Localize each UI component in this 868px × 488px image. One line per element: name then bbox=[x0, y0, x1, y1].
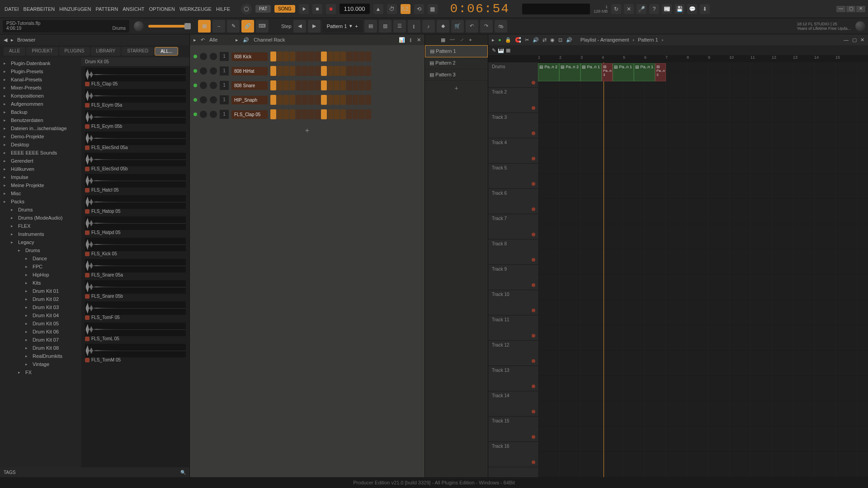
browser-tab-plugins[interactable]: PLUGINS bbox=[59, 47, 90, 56]
tree-item[interactable]: ▸Drums bbox=[0, 206, 81, 214]
step-button[interactable] bbox=[359, 109, 365, 119]
playlist-track[interactable]: Track 9 bbox=[488, 265, 538, 290]
browser-tab-all...[interactable]: ALL... bbox=[155, 47, 178, 56]
sample-item[interactable]: FLS_Ecym 05b bbox=[81, 108, 189, 130]
tree-item[interactable]: ▸Meine Projekte bbox=[0, 181, 81, 189]
sample-item[interactable]: FLS_TomL 05 bbox=[81, 321, 189, 342]
step-button[interactable] bbox=[321, 109, 327, 119]
tree-item[interactable]: ▸Kompositionen bbox=[0, 92, 81, 100]
step-button[interactable] bbox=[365, 66, 371, 76]
pat-mode-button[interactable]: PAT bbox=[255, 5, 271, 13]
tree-item[interactable]: ▸Instruments bbox=[0, 230, 81, 238]
tree-item[interactable]: ▸Aufgenommen bbox=[0, 100, 81, 108]
cr-filter[interactable]: Alle bbox=[209, 37, 217, 42]
step-button[interactable] bbox=[327, 95, 333, 105]
progress-knob[interactable] bbox=[241, 4, 252, 14]
cr-graph-icon[interactable]: 📊 bbox=[399, 37, 405, 43]
track-mute[interactable] bbox=[532, 283, 535, 287]
cr-options-icon[interactable]: ⫿ bbox=[410, 37, 412, 42]
step-button[interactable] bbox=[270, 52, 276, 61]
playlist-clip[interactable]: ▤ Pa..n 1 bbox=[634, 63, 655, 81]
step-button[interactable] bbox=[315, 52, 321, 61]
playlist-clip[interactable]: ▤ Pa..n 2 bbox=[559, 63, 580, 81]
tree-item[interactable]: ▸Packs bbox=[0, 197, 81, 206]
snap-button[interactable]: ▦ bbox=[198, 20, 211, 33]
playlist-track[interactable]: Track 7 bbox=[488, 214, 538, 239]
step-button[interactable] bbox=[277, 95, 283, 105]
step-button[interactable] bbox=[302, 95, 308, 105]
record-button[interactable] bbox=[326, 4, 336, 14]
pl-grid-icon[interactable]: ▦ bbox=[506, 47, 510, 53]
cr-menu-icon[interactable]: ▸ bbox=[193, 37, 196, 43]
step-button[interactable] bbox=[308, 80, 314, 90]
step-button[interactable] bbox=[277, 52, 283, 61]
tree-item[interactable]: ▸Impulse bbox=[0, 173, 81, 181]
step-button[interactable] bbox=[296, 66, 302, 76]
tree-item[interactable]: ▸Mixer-Presets bbox=[0, 84, 81, 92]
tree-item[interactable]: ▸Plugin-Presets bbox=[0, 67, 81, 75]
track-mute[interactable] bbox=[532, 359, 535, 363]
undo-button[interactable]: ↶ bbox=[466, 20, 478, 33]
tree-item[interactable]: ▸Drums bbox=[0, 246, 81, 254]
track-mute[interactable] bbox=[532, 233, 535, 236]
step-button[interactable] bbox=[308, 95, 314, 105]
pan-knob[interactable] bbox=[200, 67, 207, 75]
channel-led[interactable] bbox=[193, 84, 197, 87]
pl-midi-icon[interactable]: 🎹 bbox=[498, 47, 504, 53]
step-button[interactable] bbox=[270, 109, 276, 119]
track-mute[interactable] bbox=[532, 207, 535, 211]
tree-item[interactable]: ▸Backup bbox=[0, 108, 81, 116]
track-mute[interactable] bbox=[532, 460, 535, 464]
browser-tab-library[interactable]: LIBRARY bbox=[91, 47, 121, 56]
tree-item[interactable]: ▸Kits bbox=[0, 279, 81, 287]
sample-item[interactable]: FLS_Hatpd 05 bbox=[81, 215, 189, 236]
pattern-item[interactable]: ▤ Pattern 3 bbox=[425, 69, 488, 81]
tree-item[interactable]: ▸HipHop bbox=[0, 271, 81, 279]
step-button[interactable] bbox=[321, 95, 327, 105]
channel-name[interactable]: HIP_Snaph bbox=[231, 96, 268, 104]
playlist-track[interactable]: Track 14 bbox=[488, 391, 538, 417]
vol-knob[interactable] bbox=[210, 82, 217, 89]
tree-item[interactable]: ▸Hüllkurven bbox=[0, 165, 81, 173]
vol-knob[interactable] bbox=[210, 67, 217, 75]
tree-item[interactable]: ▸Misc bbox=[0, 189, 81, 197]
browser-samples[interactable]: Drum Kit 05 FLS_Clap 05FLS_Ecym 05aFLS_E… bbox=[81, 57, 189, 467]
save-button[interactable]: 💾 bbox=[675, 4, 684, 14]
track-mute[interactable] bbox=[532, 131, 535, 135]
step-button[interactable] bbox=[359, 66, 365, 76]
sample-item[interactable]: FLS_Snare 05a bbox=[81, 257, 189, 278]
channel-name[interactable]: 808 Kick bbox=[231, 52, 268, 61]
track-mute[interactable] bbox=[532, 157, 535, 160]
pl-speaker-icon[interactable]: 🔊 bbox=[566, 37, 572, 43]
step-button[interactable] bbox=[283, 52, 289, 61]
menu-optionen[interactable]: OPTIONEN bbox=[147, 6, 177, 12]
loop-rec-button[interactable]: ⟲ bbox=[414, 4, 424, 14]
cart-button[interactable]: 🛒 bbox=[451, 20, 464, 33]
step-button[interactable] bbox=[283, 66, 289, 76]
step-button[interactable] bbox=[353, 80, 359, 90]
step-button[interactable] bbox=[289, 80, 295, 90]
step-button[interactable] bbox=[334, 109, 340, 119]
feedback-button[interactable]: 💬 bbox=[687, 4, 697, 14]
pl-max-icon[interactable]: ▢ bbox=[852, 37, 857, 43]
step-button[interactable] bbox=[340, 95, 346, 105]
cr-back-icon[interactable]: ↶ bbox=[201, 37, 205, 43]
step-button[interactable] bbox=[365, 109, 371, 119]
channel-name[interactable]: FLS_Clap 05 bbox=[231, 110, 268, 119]
playlist-grid[interactable]: ▤ Pa..n 2▤ Pa..n 2▤ Pa..n 1▤ Pa..n 3▤ Pa… bbox=[538, 62, 868, 477]
pan-knob[interactable] bbox=[200, 53, 207, 60]
playlist-track[interactable]: Track 8 bbox=[488, 239, 538, 265]
pl-play-icon[interactable]: ● bbox=[498, 37, 501, 42]
browser-tab-starred[interactable]: STARRED bbox=[122, 47, 154, 56]
track-mute[interactable] bbox=[532, 106, 535, 110]
playlist-track[interactable]: Track 2 bbox=[488, 88, 538, 113]
step-button[interactable] bbox=[359, 80, 365, 90]
track-mute[interactable] bbox=[532, 334, 535, 338]
playlist-track[interactable]: Track 3 bbox=[488, 113, 538, 138]
step-button[interactable] bbox=[346, 80, 352, 90]
sample-item[interactable]: FLS_Hatop 05 bbox=[81, 193, 189, 215]
vol-knob[interactable] bbox=[210, 96, 217, 103]
step-button[interactable] bbox=[289, 52, 295, 61]
pan-knob[interactable] bbox=[200, 82, 207, 89]
tree-item[interactable]: ▸Vintage bbox=[0, 360, 81, 368]
